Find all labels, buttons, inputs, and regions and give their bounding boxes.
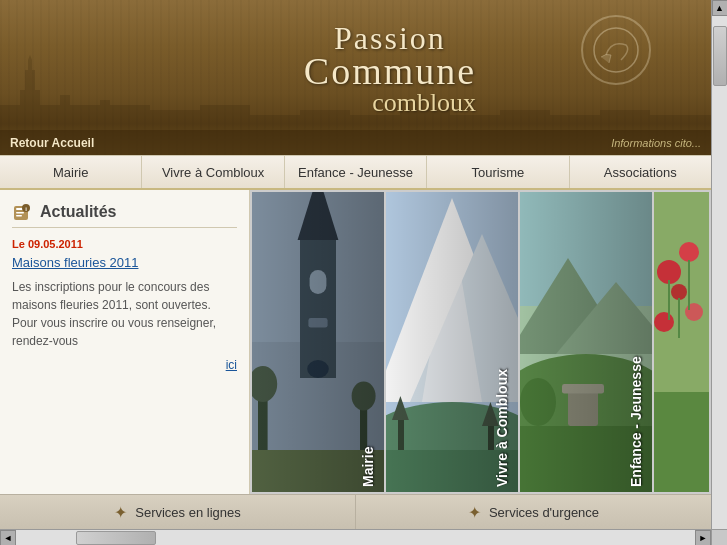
image-col-enfance[interactable]: Enfance - Jeunesse <box>520 192 652 492</box>
svg-rect-45 <box>668 280 670 320</box>
svg-point-43 <box>654 312 674 332</box>
news-icon: i <box>12 202 32 222</box>
news-ici-link[interactable]: ici <box>12 358 237 372</box>
header: Passion Commune combloux Retour Accueil … <box>0 0 711 155</box>
main-container: Passion Commune combloux Retour Accueil … <box>0 0 711 529</box>
services-lignes-label: Services en lignes <box>135 505 241 520</box>
flowers-image <box>654 192 709 492</box>
scrollbar-bottom: ◄ ► <box>0 529 711 545</box>
svg-point-42 <box>671 284 687 300</box>
news-body-text: Les inscriptions pour le concours des ma… <box>12 278 237 350</box>
header-title-block: Passion Commune combloux <box>304 20 476 118</box>
scroll-left-btn[interactable]: ◄ <box>0 530 16 546</box>
content-area: i Actualités Le 09.05.2011 Maisons fleur… <box>0 190 711 494</box>
left-panel: i Actualités Le 09.05.2011 Maisons fleur… <box>0 190 250 494</box>
scroll-htrack <box>16 530 695 546</box>
services-urgence-btn[interactable]: ✦ Services d'urgence <box>356 495 711 529</box>
nav-bar: Mairie Vivre à Combloux Enfance - Jeunes… <box>0 155 711 190</box>
scrollbar-corner <box>711 529 727 545</box>
informations-text: Informations cito... <box>611 137 701 149</box>
svg-rect-47 <box>678 298 680 338</box>
news-headline-link[interactable]: Maisons fleuries 2011 <box>12 255 237 270</box>
image-grid: Mairie <box>250 190 711 494</box>
services-en-lignes-btn[interactable]: ✦ Services en lignes <box>0 495 356 529</box>
svg-rect-46 <box>688 260 690 310</box>
nav-item-enfance[interactable]: Enfance - Jeunesse <box>285 156 427 188</box>
retour-accueil-link[interactable]: Retour Accueil <box>10 136 94 150</box>
actualites-title: Actualités <box>40 203 116 221</box>
svg-point-41 <box>679 242 699 262</box>
nav-item-mairie[interactable]: Mairie <box>0 156 142 188</box>
col-label-vivre: Vivre à Combloux <box>386 192 518 492</box>
scroll-right-btn[interactable]: ► <box>695 530 711 546</box>
svg-point-0 <box>594 28 638 72</box>
services-lignes-icon: ✦ <box>114 503 127 522</box>
nav-item-vivre[interactable]: Vivre à Combloux <box>142 156 284 188</box>
image-col-vivre[interactable]: Vivre à Combloux <box>386 192 518 492</box>
image-col-mairie[interactable]: Mairie <box>252 192 384 492</box>
header-logo <box>581 15 651 85</box>
image-col-extra[interactable] <box>654 192 709 492</box>
scrollbar-right: ▲ ▼ <box>711 0 727 545</box>
actualites-header: i Actualités <box>12 202 237 228</box>
svg-rect-48 <box>654 392 709 492</box>
services-urgence-icon: ✦ <box>468 503 481 522</box>
nav-item-tourisme[interactable]: Tourisme <box>427 156 569 188</box>
svg-point-44 <box>685 303 703 321</box>
col-label-mairie: Mairie <box>252 192 384 492</box>
scroll-track <box>712 16 728 529</box>
svg-rect-3 <box>16 212 24 214</box>
header-bottom-bar: Retour Accueil Informations cito... <box>0 130 711 155</box>
logo-svg <box>591 25 641 75</box>
services-urgence-label: Services d'urgence <box>489 505 599 520</box>
scroll-up-btn[interactable]: ▲ <box>712 0 728 16</box>
nav-item-associations[interactable]: Associations <box>570 156 711 188</box>
news-date: Le 09.05.2011 <box>12 238 237 250</box>
title-commune: Commune <box>304 49 476 93</box>
scroll-hthumb[interactable] <box>76 531 156 545</box>
bottom-bar: ✦ Services en lignes ✦ Services d'urgenc… <box>0 494 711 529</box>
scroll-thumb[interactable] <box>713 26 727 86</box>
col-label-enfance: Enfance - Jeunesse <box>520 192 652 492</box>
svg-rect-4 <box>16 215 22 217</box>
